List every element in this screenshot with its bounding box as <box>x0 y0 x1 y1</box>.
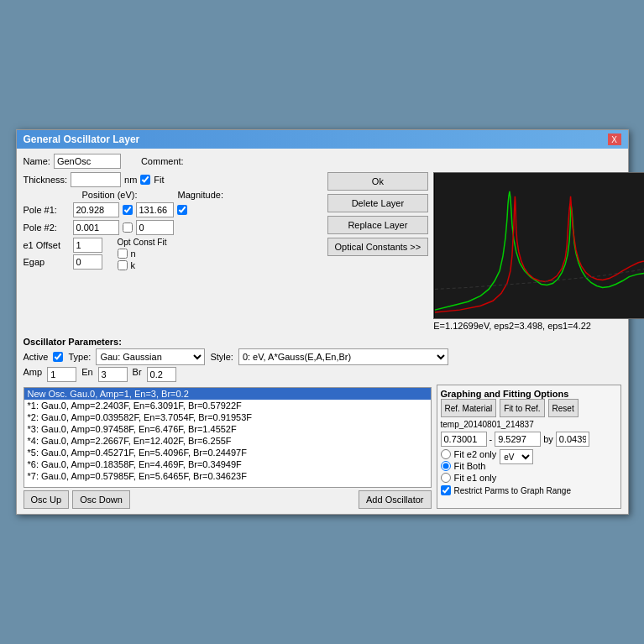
pole2-pos-input[interactable] <box>73 220 119 235</box>
replace-layer-button[interactable]: Replace Layer <box>327 216 429 234</box>
fit-to-ref-button[interactable]: Fit to Ref. <box>500 399 544 417</box>
fit-checkbox[interactable] <box>140 175 150 185</box>
fit-e2-radio[interactable] <box>441 449 451 459</box>
e1-egap-col: e1 Offset Egap <box>24 238 102 270</box>
fit-e1-row: Fit e1 only <box>441 473 497 483</box>
active-checkbox[interactable] <box>53 352 63 362</box>
add-oscillator-button[interactable]: Add Oscillator <box>359 490 431 509</box>
pole1-row: Pole #1: <box>24 202 317 217</box>
pole1-mag-input[interactable] <box>136 202 174 217</box>
comment-label: Comment: <box>141 156 184 166</box>
energy-display: E=1.12699eV, eps2=3.498, eps1=4.22 <box>433 321 644 331</box>
pole2-mag-input[interactable] <box>136 220 174 235</box>
thickness-unit: nm <box>124 175 137 185</box>
range-dash: - <box>490 434 493 444</box>
close-button[interactable]: X <box>608 134 621 145</box>
osc-list: New Osc. Gau.0, Amp=1, En=3, Br=0.2*1: G… <box>24 387 432 488</box>
osc-list-container: New Osc. Gau.0, Amp=1, En=3, Br=0.2*1: G… <box>24 385 432 509</box>
osc-bottom-buttons: Osc Up Osc Down Add Oscillator <box>24 490 432 509</box>
osc-list-item-2[interactable]: *2: Gau.0, Amp=0.039582F, En=3.7054F, Br… <box>24 411 431 423</box>
style-select[interactable]: 0: eV, A*Gauss(E,A,En,Br) <box>238 348 448 365</box>
thickness-row: Thickness: nm Fit <box>24 172 317 187</box>
amp-input[interactable] <box>47 367 76 382</box>
svg-rect-0 <box>435 173 644 318</box>
graph-section: E=1.12699eV, eps2=3.498, eps1=4.22 <box>433 172 644 331</box>
fit-both-label: Fit Both <box>454 461 486 471</box>
reset-button[interactable]: Reset <box>548 399 579 417</box>
restrict-checkbox[interactable] <box>441 485 451 495</box>
e1-input[interactable] <box>73 238 102 253</box>
by-label: by <box>543 434 553 444</box>
graphing-panel: Graphing and Fitting Options Ref. Materi… <box>437 385 621 509</box>
range-end-input[interactable] <box>495 432 541 447</box>
graph-area <box>433 172 644 319</box>
oscillator-section: Oscillator Parameters: Active Type: Gau:… <box>24 337 621 509</box>
fit-e2-row: Fit e2 only <box>441 449 497 459</box>
e1-egap-row: e1 Offset Egap Opt Const Fit n <box>24 238 317 270</box>
osc-list-item-5[interactable]: *5: Gau.0, Amp=0.45271F, En=5.4096F, Br=… <box>24 447 431 458</box>
osc-list-item-6[interactable]: *6: Gau.0, Amp=0.18358F, En=4.469F, Br=0… <box>24 458 431 470</box>
fit-label: Fit <box>154 175 164 185</box>
active-label: Active <box>24 352 49 362</box>
osc-list-item-1[interactable]: *1: Gau.0, Amp=2.2403F, En=6.3091F, Br=0… <box>24 400 431 411</box>
by-input[interactable] <box>556 432 589 447</box>
opt-n-checkbox[interactable] <box>118 249 128 259</box>
en-label: En <box>81 367 92 382</box>
pole2-row: Pole #2: <box>24 220 317 235</box>
fit-both-radio[interactable] <box>441 461 451 471</box>
osc-list-item-3[interactable]: *3: Gau.0, Amp=0.97458F, En=6.476F, Br=1… <box>24 423 431 435</box>
delete-layer-button[interactable]: Delete Layer <box>327 194 429 212</box>
action-buttons: Ok Delete Layer Replace Layer Optical Co… <box>327 172 429 331</box>
graphing-buttons-row: Ref. Material Fit to Ref. Reset <box>441 399 617 417</box>
opt-k-row: k <box>118 260 167 270</box>
list-and-graphing: New Osc. Gau.0, Amp=1, En=3, Br=0.2*1: G… <box>24 385 621 509</box>
restrict-row: Restrict Parms to Graph Range <box>441 485 617 495</box>
main-window: General Oscillator Layer X Name: Comment… <box>16 129 629 515</box>
fit-both-row: Fit Both <box>441 461 497 471</box>
main-content: Name: Comment: Thickness: nm Fit Positio… <box>17 149 628 514</box>
type-select[interactable]: Gau: Gaussian <box>96 348 205 365</box>
fit-e1-radio[interactable] <box>441 473 451 483</box>
e1-label: e1 Offset <box>24 240 70 250</box>
ok-button[interactable]: Ok <box>327 172 429 191</box>
pole2-label: Pole #2: <box>24 223 70 233</box>
style-label: Style: <box>210 352 233 362</box>
opt-n-label: n <box>131 249 136 259</box>
temp-label: temp_20140801_214837 <box>441 420 617 429</box>
egap-label: Egap <box>24 257 70 267</box>
fit-e2-label: Fit e2 only <box>454 449 497 459</box>
range-start-input[interactable] <box>441 432 487 447</box>
title-bar: General Oscillator Layer X <box>17 130 628 149</box>
pole1-mag-fit-checkbox[interactable] <box>177 205 187 215</box>
egap-input[interactable] <box>73 254 102 270</box>
pole1-pos-input[interactable] <box>73 202 119 217</box>
graphing-title: Graphing and Fitting Options <box>441 389 569 399</box>
unit-select[interactable]: eV <box>500 449 533 464</box>
osc-list-item-7[interactable]: *7: Gau.0, Amp=0.57985F, En=5.6465F, Br=… <box>24 470 431 482</box>
br-input[interactable] <box>147 367 176 382</box>
en-input[interactable] <box>98 367 128 382</box>
pole2-fit-checkbox[interactable] <box>123 223 133 233</box>
thickness-input[interactable] <box>71 172 121 187</box>
osc-list-item-0[interactable]: New Osc. Gau.0, Amp=1, En=3, Br=0.2 <box>24 388 431 400</box>
name-label: Name: <box>24 156 50 166</box>
br-label: Br <box>133 367 142 382</box>
ref-material-button[interactable]: Ref. Material <box>441 399 497 417</box>
restrict-label: Restrict Parms to Graph Range <box>454 486 572 495</box>
fit-options-row: Fit e2 only Fit Both Fit e1 only <box>441 449 617 483</box>
osc-list-item-4[interactable]: *4: Gau.0, Amp=2.2667F, En=12.402F, Br=6… <box>24 435 431 447</box>
amp-en-br-row: Amp En Br <box>24 367 621 382</box>
osc-up-button[interactable]: Osc Up <box>24 490 70 509</box>
position-header: Position (eV): <box>82 190 138 200</box>
thickness-label: Thickness: <box>24 175 68 185</box>
opt-const-label: Opt Const Fit <box>118 238 167 247</box>
graph-svg <box>434 173 644 318</box>
osc-down-button[interactable]: Osc Down <box>72 490 130 509</box>
active-type-row: Active Type: Gau: Gaussian Style: 0: eV,… <box>24 348 621 365</box>
opt-k-label: k <box>131 260 136 270</box>
amp-label: Amp <box>24 367 43 382</box>
pole1-fit-checkbox[interactable] <box>123 205 133 215</box>
name-input[interactable] <box>54 154 121 169</box>
optical-constants-button[interactable]: Optical Constants >> <box>327 238 429 256</box>
opt-k-checkbox[interactable] <box>118 260 128 270</box>
